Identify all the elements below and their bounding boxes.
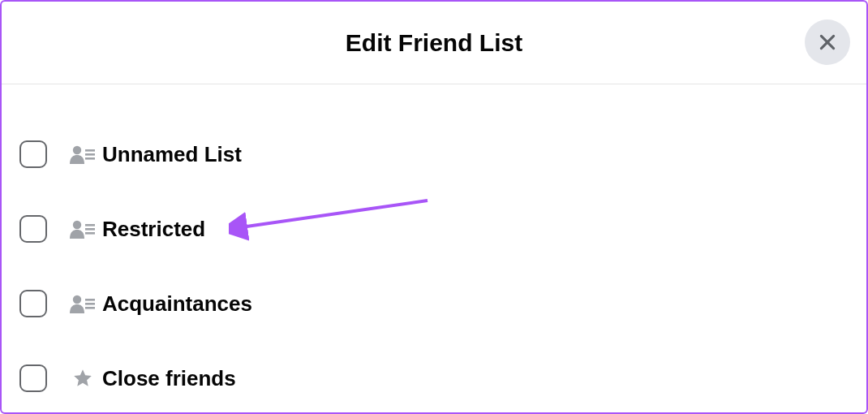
svg-rect-12 (85, 303, 95, 305)
close-button[interactable] (805, 19, 850, 65)
list-item-label: Unnamed List (102, 142, 242, 167)
person-list-icon (70, 141, 96, 167)
person-list-icon (70, 216, 96, 242)
svg-rect-8 (85, 228, 95, 231)
svg-rect-9 (85, 232, 95, 235)
list-item-label: Acquaintances (102, 291, 252, 317)
friend-list-options: Unnamed List Restricted (2, 84, 866, 414)
close-icon (817, 32, 838, 53)
svg-point-6 (73, 221, 81, 229)
svg-rect-7 (85, 224, 95, 226)
svg-rect-13 (85, 307, 95, 309)
checkbox-unnamed[interactable] (19, 140, 47, 168)
edit-friend-list-modal: Edit Friend List Unnamed List (0, 0, 868, 414)
list-item-restricted[interactable]: Restricted (19, 192, 849, 266)
checkbox-acquaintances[interactable] (19, 290, 47, 317)
svg-point-10 (73, 295, 81, 304)
list-item-close-friends[interactable]: Close friends (19, 341, 849, 414)
modal-title: Edit Friend List (346, 29, 522, 57)
person-list-icon (70, 291, 96, 317)
list-item-unnamed[interactable]: Unnamed List (19, 117, 849, 192)
list-item-label: Restricted (102, 217, 205, 242)
list-item-acquaintances[interactable]: Acquaintances (19, 266, 849, 341)
checkbox-close-friends[interactable] (19, 364, 47, 392)
svg-rect-11 (85, 299, 95, 301)
checkbox-restricted[interactable] (19, 215, 47, 243)
svg-rect-3 (85, 149, 95, 152)
svg-rect-4 (85, 153, 95, 156)
modal-header: Edit Friend List (2, 2, 866, 84)
star-icon (70, 365, 96, 391)
svg-point-2 (73, 146, 81, 154)
svg-rect-5 (85, 157, 95, 160)
list-item-label: Close friends (102, 366, 236, 391)
